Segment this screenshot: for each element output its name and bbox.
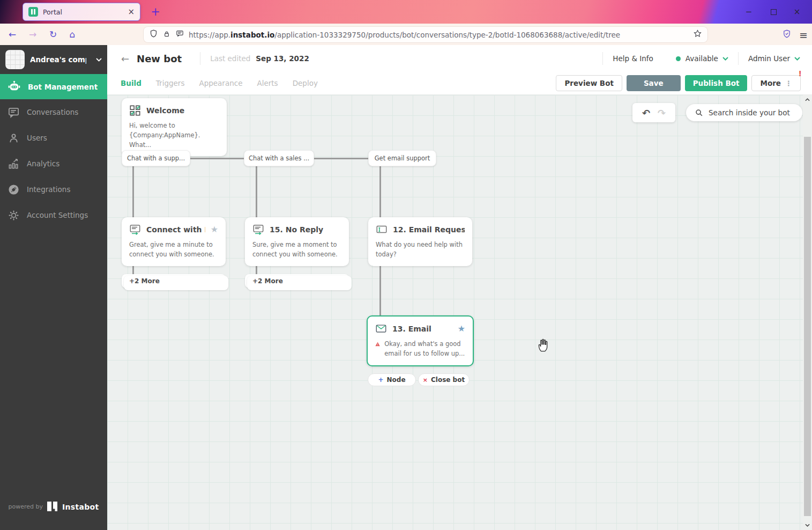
- last-edited-date: Sep 13, 2022: [256, 54, 309, 63]
- tab-triggers[interactable]: Triggers: [156, 79, 185, 87]
- node-connect[interactable]: Connect with R... ★ Great, give me a min…: [122, 217, 226, 266]
- undo-button[interactable]: ↶: [642, 107, 650, 119]
- preview-bot-button[interactable]: Preview Bot: [556, 75, 622, 91]
- node-welcome[interactable]: Welcome Hi, welcome to {Company:AppName}…: [122, 98, 227, 156]
- connector-line: [256, 264, 257, 274]
- bookmark-star-icon[interactable]: [693, 29, 702, 40]
- tab-appearance[interactable]: Appearance: [199, 79, 242, 87]
- window-maximize-button[interactable]: [764, 4, 783, 19]
- refresh-button[interactable]: ↻: [45, 29, 61, 40]
- back-to-bots-button[interactable]: ←: [121, 53, 129, 64]
- star-icon[interactable]: ★: [211, 225, 218, 234]
- gear-icon: [8, 209, 20, 222]
- more-label: More: [760, 79, 781, 87]
- warning-icon: [375, 340, 380, 349]
- main-panel: ← New bot Last edited Sep 13, 2022 Help …: [107, 45, 812, 530]
- option-chat-with-support[interactable]: Chat with a supp...: [122, 150, 190, 166]
- divider: [200, 52, 200, 65]
- page-title: New bot: [137, 53, 182, 64]
- redo-button[interactable]: ↷: [658, 107, 666, 119]
- scroll-down-arrow[interactable]: [803, 520, 812, 530]
- bot-search[interactable]: Search inside your bot: [686, 104, 802, 121]
- option-get-email-support[interactable]: Get email support: [368, 150, 436, 166]
- save-button[interactable]: Save: [627, 75, 681, 91]
- availability-dropdown[interactable]: Available: [686, 54, 718, 63]
- option-chat-with-sales[interactable]: Chat with a sales ...: [244, 150, 314, 166]
- text-message-icon: [252, 224, 264, 235]
- node-email-selected[interactable]: 13. Email ★ Okay, and what's a good emai…: [367, 315, 474, 366]
- sidebar-item-label: Account Settings: [27, 211, 88, 219]
- forward-button[interactable]: →: [25, 29, 41, 40]
- connector-line: [379, 166, 381, 217]
- search-icon: [695, 108, 704, 117]
- add-node-label: Node: [387, 376, 406, 384]
- bot-flow-canvas[interactable]: Welcome Hi, welcome to {Company:AppName}…: [107, 95, 812, 530]
- envelope-icon: [375, 323, 387, 335]
- node-title: 15. No Reply: [270, 225, 341, 234]
- node-title: 12. Email Request: [393, 225, 465, 234]
- add-node-button[interactable]: + Node: [368, 373, 416, 386]
- menu-hamburger-icon[interactable]: ≡: [799, 29, 808, 41]
- window-minimize-button[interactable]: −: [739, 4, 758, 19]
- sidebar-item-users[interactable]: Users: [0, 125, 107, 151]
- scrollbar-thumb[interactable]: [804, 137, 811, 516]
- divider: [738, 52, 739, 65]
- url-bar[interactable]: https://app.instabot.io/application-1033…: [144, 27, 707, 42]
- node-email-request[interactable]: 12. Email Request What do you need help …: [368, 217, 472, 266]
- maximize-icon: [771, 9, 777, 15]
- close-bot-button[interactable]: × Close bot: [418, 373, 470, 386]
- vertical-scrollbar[interactable]: [803, 95, 812, 530]
- instabot-logo: [47, 502, 58, 512]
- new-tab-button[interactable]: +: [148, 4, 163, 19]
- alert-badge: !: [799, 69, 802, 78]
- chevron-down-icon: [96, 58, 102, 62]
- more-nodes-no-reply[interactable]: +2 More: [245, 274, 349, 288]
- sidebar-item-analytics[interactable]: Analytics: [0, 151, 107, 176]
- option-label: Get email support: [375, 154, 430, 162]
- tab-deploy[interactable]: Deploy: [293, 79, 318, 87]
- chevron-down-icon: [722, 57, 728, 61]
- sidebar-item-label: Bot Management: [28, 83, 98, 91]
- more-nodes-connect[interactable]: +2 More: [122, 274, 226, 288]
- sidebar-item-account-settings[interactable]: Account Settings: [0, 202, 107, 228]
- help-info-link[interactable]: Help & Info: [613, 54, 653, 63]
- company-switcher[interactable]: Andrea's compa...: [0, 45, 107, 74]
- more-label: +2 More: [129, 277, 160, 285]
- lock-icon[interactable]: [162, 30, 171, 40]
- node-body: Okay, and what's a good email for us to …: [384, 340, 465, 359]
- back-button[interactable]: ←: [4, 29, 20, 40]
- url-text: https://app.instabot.io/application-1033…: [189, 31, 689, 39]
- user-menu[interactable]: Admin User: [748, 54, 790, 63]
- sidebar-item-integrations[interactable]: Integrations: [0, 176, 107, 202]
- option-label: Chat with a sales ...: [249, 154, 309, 162]
- node-no-reply[interactable]: 15. No Reply Sure, give me a moment to c…: [245, 217, 349, 266]
- publish-bot-button[interactable]: Publish Bot: [685, 75, 748, 91]
- sidebar-item-label: Conversations: [27, 108, 78, 116]
- star-icon[interactable]: ★: [458, 325, 465, 333]
- plus-icon: +: [378, 376, 383, 384]
- shield-icon[interactable]: [149, 29, 158, 40]
- powered-by-label: powered by: [9, 503, 43, 510]
- tab-close-icon[interactable]: ×: [128, 7, 135, 17]
- node-title: 13. Email: [392, 325, 452, 333]
- connector-line: [132, 166, 134, 217]
- chat-icon: [8, 106, 20, 119]
- connector-line: [132, 264, 134, 274]
- sidebar-item-bot-management[interactable]: Bot Management: [0, 74, 107, 99]
- scroll-up-arrow[interactable]: [803, 95, 812, 105]
- tab-alerts[interactable]: Alerts: [257, 79, 278, 87]
- tab-build[interactable]: Build: [121, 79, 141, 87]
- text-message-icon: [129, 224, 141, 235]
- node-title: Welcome: [146, 106, 219, 115]
- browser-tab-portal[interactable]: Portal ×: [23, 3, 140, 21]
- home-button[interactable]: ⌂: [64, 29, 80, 40]
- more-button[interactable]: More ⋮ !: [751, 75, 801, 91]
- sidebar-item-conversations[interactable]: Conversations: [0, 99, 107, 125]
- option-label: Chat with a supp...: [127, 154, 185, 162]
- protections-shield-icon[interactable]: [782, 29, 792, 41]
- brand-name: Instabot: [62, 503, 99, 511]
- permissions-icon[interactable]: [175, 29, 184, 40]
- browser-tab-bar: Portal × + − ×: [0, 0, 812, 24]
- plug-icon: [8, 183, 20, 196]
- window-close-button[interactable]: ×: [787, 4, 807, 19]
